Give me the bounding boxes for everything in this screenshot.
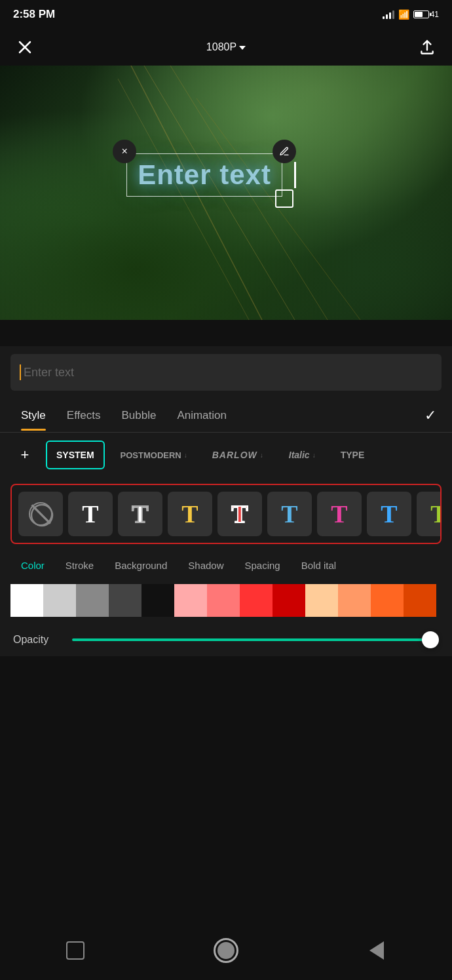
close-button[interactable] xyxy=(13,35,37,59)
wifi-icon: 📶 xyxy=(398,9,409,20)
confirm-button[interactable]: ✓ xyxy=(419,402,442,429)
close-icon xyxy=(17,39,33,55)
font-barlow[interactable]: BARLOW ↓ xyxy=(203,441,273,469)
color-red1[interactable] xyxy=(240,584,273,617)
style-green[interactable]: T xyxy=(417,492,442,536)
drag-handle[interactable] xyxy=(294,162,296,188)
upload-button[interactable] xyxy=(415,35,439,59)
style-plain[interactable]: T xyxy=(68,492,113,536)
color-salmon[interactable] xyxy=(338,584,371,617)
style-yellow-icon: T xyxy=(181,500,198,528)
color-pink1[interactable] xyxy=(174,584,207,617)
opacity-label: Opacity xyxy=(13,634,59,646)
style-blue-fill[interactable]: T xyxy=(267,492,312,536)
text-selection-box: × Enter text xyxy=(126,153,282,197)
opacity-row: Opacity xyxy=(0,623,452,656)
video-spacer xyxy=(0,320,452,346)
subtab-background[interactable]: Background xyxy=(104,553,178,578)
style-pink[interactable]: T xyxy=(317,492,362,536)
no-style-icon xyxy=(29,502,52,526)
subtab-bold-italic[interactable]: Bold ital xyxy=(291,553,347,578)
status-time: 2:58 PM xyxy=(13,8,55,21)
top-bar: 1080P xyxy=(0,29,452,66)
bottom-nav xyxy=(0,928,452,980)
record-button[interactable] xyxy=(210,934,242,967)
subtab-shadow[interactable]: Shadow xyxy=(178,553,234,578)
battery-icon: 41 xyxy=(413,10,439,19)
color-orange[interactable] xyxy=(371,584,404,617)
font-postmodern[interactable]: POSTMODERN ↓ xyxy=(111,441,197,469)
text-overlay[interactable]: × Enter text xyxy=(126,153,282,197)
color-palette xyxy=(0,578,452,623)
style-yellow[interactable]: T xyxy=(168,492,212,536)
stop-button[interactable] xyxy=(59,934,92,967)
style-pink-icon: T xyxy=(331,500,347,528)
style-blue-bright-icon: T xyxy=(381,500,397,528)
color-peach[interactable] xyxy=(305,584,338,617)
color-black[interactable] xyxy=(141,584,174,617)
font-system[interactable]: SYSTEM xyxy=(46,441,105,469)
color-darkorange[interactable] xyxy=(404,584,436,617)
color-red2[interactable] xyxy=(273,584,305,617)
stop-icon xyxy=(66,941,85,960)
video-preview: × Enter text xyxy=(0,66,452,320)
chevron-down-icon xyxy=(239,46,246,50)
color-lightgray[interactable] xyxy=(43,584,76,617)
sub-tabs: Color Stroke Background Shadow Spacing B… xyxy=(0,551,452,578)
subtab-color[interactable]: Color xyxy=(10,553,55,578)
tab-bar: Style Effects Bubble Animation ✓ xyxy=(0,399,452,433)
tab-style[interactable]: Style xyxy=(10,401,56,430)
record-icon xyxy=(214,938,238,963)
opacity-thumb[interactable] xyxy=(422,631,439,648)
opacity-slider[interactable] xyxy=(72,638,439,641)
style-outline-icon: T xyxy=(132,500,148,528)
record-inner xyxy=(217,942,235,959)
delete-handle[interactable]: × xyxy=(113,140,136,163)
svg-line-5 xyxy=(197,98,360,320)
style-red-outline[interactable]: T xyxy=(217,492,262,536)
status-bar: 2:58 PM 📶 41 xyxy=(0,0,452,29)
style-outline[interactable]: T xyxy=(118,492,162,536)
style-green-icon: T xyxy=(430,500,442,528)
text-input-field[interactable]: Enter text xyxy=(10,354,442,391)
tab-bubble[interactable]: Bubble xyxy=(111,401,166,430)
svg-point-7 xyxy=(31,505,52,526)
style-grid-container: T T T T T T T T xyxy=(0,477,452,551)
style-grid: T T T T T T T T xyxy=(10,484,442,544)
signal-icon xyxy=(383,10,394,19)
font-italic[interactable]: Italic ↓ xyxy=(280,441,325,469)
opacity-track xyxy=(72,638,439,641)
text-input-area: Enter text xyxy=(0,346,452,399)
font-row: + SYSTEM POSTMODERN ↓ BARLOW ↓ Italic ↓ … xyxy=(0,433,452,477)
color-midgray[interactable] xyxy=(76,584,109,617)
edit-handle[interactable] xyxy=(273,140,296,163)
back-button[interactable] xyxy=(360,934,393,967)
battery-level: 41 xyxy=(430,10,439,19)
tab-effects[interactable]: Effects xyxy=(56,401,111,430)
tab-animation[interactable]: Animation xyxy=(166,401,237,430)
status-icons: 📶 41 xyxy=(383,9,439,20)
subtab-spacing[interactable]: Spacing xyxy=(235,553,291,578)
svg-line-6 xyxy=(118,79,249,320)
style-blue-bright[interactable]: T xyxy=(367,492,411,536)
add-font-button[interactable]: + xyxy=(10,441,39,469)
color-darkgray[interactable] xyxy=(109,584,141,617)
color-pink2[interactable] xyxy=(207,584,240,617)
resize-handle[interactable] xyxy=(275,189,293,208)
text-cursor xyxy=(20,364,21,380)
subtab-stroke[interactable]: Stroke xyxy=(55,553,104,578)
back-icon xyxy=(369,941,384,960)
style-red-icon: T xyxy=(231,500,248,528)
resolution-label: 1080P xyxy=(206,41,236,53)
resolution-selector[interactable]: 1080P xyxy=(206,41,246,53)
font-type[interactable]: TYPE xyxy=(331,441,374,469)
style-plain-icon: T xyxy=(82,500,98,528)
style-none[interactable] xyxy=(18,492,63,536)
upload-icon xyxy=(419,39,436,56)
overlay-text: Enter text xyxy=(138,159,271,190)
style-blue-fill-icon: T xyxy=(281,500,297,528)
svg-line-8 xyxy=(34,507,50,523)
text-placeholder: Enter text xyxy=(24,366,74,380)
color-white[interactable] xyxy=(10,584,43,617)
